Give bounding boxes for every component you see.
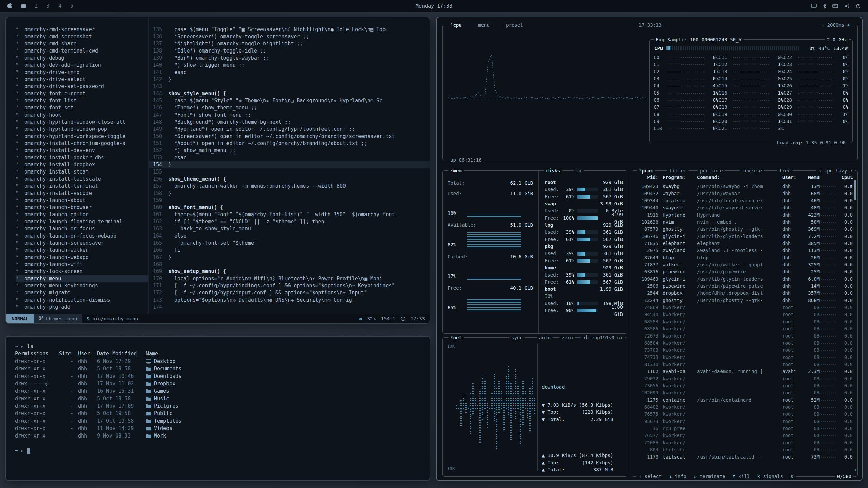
file-item[interactable]: *omarchy-install-docker-dbs [16, 154, 148, 161]
keyboard-icon[interactable] [832, 4, 838, 8]
apple-logo-icon[interactable] [7, 3, 13, 10]
file-item[interactable]: *omarchy-install-vscode [16, 190, 148, 197]
process-row[interactable]: 68586kworker/root0B0.0 [632, 325, 853, 332]
file-item[interactable]: *omarchy-hyprland-workspace-toggle [16, 133, 148, 140]
footer-key[interactable]: k signals [756, 473, 784, 480]
process-row[interactable]: 76575kworker/root0B0.0 [632, 411, 853, 418]
cpu-preset-button[interactable]: preset [504, 22, 525, 28]
process-row[interactable]: 106746glycin-i/usr/lib/glycin-loadersdhh… [632, 233, 853, 240]
file-item[interactable]: *omarchy-pkg-add [16, 304, 148, 311]
file-item[interactable]: *omarchy-font-set [16, 104, 148, 111]
process-row[interactable]: 68402kworker/root0B0.0 [632, 404, 853, 411]
process-row[interactable]: 1275containe/usr/bin/containerdroot52M0.… [632, 396, 853, 404]
file-item[interactable]: *omarchy-notification-dismiss [16, 297, 148, 304]
process-row[interactable]: 94540kworker/root0B0.0 [632, 311, 853, 318]
file-item[interactable]: *omarchy-launch-webapp [16, 254, 148, 261]
file-item[interactable]: *omarchy-launch-editor [16, 211, 148, 218]
footer-key[interactable]: ↑ select [638, 473, 662, 480]
file-item[interactable]: *omarchy-launch-walker [16, 247, 148, 254]
net-zero-button[interactable]: zero [559, 334, 575, 341]
process-row[interactable]: 72073kworker/root0B0.0 [632, 332, 853, 340]
process-row[interactable]: 2075XwaylandXwayland :1 -rootless -dhh11… [632, 247, 853, 254]
footer-key[interactable]: t kill [732, 473, 751, 480]
process-row[interactable]: 109463glycin-i/usr/lib/glycin-loadersdhh… [632, 276, 853, 283]
process-row[interactable]: 1162avahi-daavahi-daemon: running [avahi… [632, 368, 853, 375]
file-item[interactable]: *omarchy-migrate [16, 289, 148, 297]
tab-cpu[interactable]: ¹cpu [448, 22, 464, 28]
terminal-window[interactable]: ~ ▸ ls PermissionsSizeUserDate ModifiedN… [5, 336, 430, 481]
process-row[interactable]: 1916HyprlandHyprlanddhh423M0.0 [632, 211, 853, 219]
code-editor[interactable]: 135 case $(menu "Toggle" "▣ Screensaver\… [149, 17, 430, 314]
process-row[interactable]: 2506pipewire/usr/bin/pipewire-pulsedhh14… [632, 283, 853, 290]
file-item[interactable]: *omarchy-install-chromium-google-a [16, 140, 148, 147]
proc-percore-button[interactable]: per-core [698, 167, 725, 174]
process-row[interactable]: 79032kworker/root0B0.0 [632, 375, 853, 382]
file-item[interactable]: *omarchy-launch-or-focus-webapp [16, 232, 148, 240]
net-interface-switch[interactable]: ‹b enp191s0 n› [581, 334, 625, 341]
file-item[interactable]: *omarchy-font-list [16, 97, 148, 104]
process-row[interactable]: 16rcu_preeroot0B0.0 [632, 425, 853, 432]
workspace-3[interactable]: 3 [46, 3, 50, 9]
proc-tree-button[interactable]: tree [777, 167, 793, 174]
interval-increase-button[interactable]: + [847, 22, 850, 28]
process-row[interactable]: 68584kworker/root0B0.0 [632, 340, 853, 347]
process-row[interactable]: 102638nvimnvim --embed .dhh58M0.0 [632, 219, 853, 226]
process-row[interactable]: 73703kworker/root0B0.0 [632, 347, 853, 354]
cast-icon[interactable] [811, 4, 817, 8]
process-row[interactable]: 102099kworker/root0B0.0 [632, 389, 853, 396]
process-row[interactable]: 81310kworker/root0B0.0 [632, 361, 853, 368]
bluetooth-icon[interactable] [823, 4, 826, 9]
file-item[interactable]: *omarchy-lock-screen [16, 268, 148, 275]
process-row[interactable]: 71837walker/usr/bin/walker --gappldhh325… [632, 261, 853, 268]
file-item[interactable]: *omarchy-debug [16, 55, 148, 62]
file-item[interactable]: *omarchy-drive-info [16, 69, 148, 76]
file-item[interactable]: *omarchy-launch-or-focus [16, 225, 148, 232]
process-row[interactable]: 12244ghostty/usr/bin/ghostty --gtk-dhh86… [632, 297, 853, 304]
process-row[interactable]: 76577kworker/root0B0.0 [632, 432, 853, 439]
tab-proc[interactable]: ⁴proc [637, 167, 655, 174]
file-item[interactable]: *omarchy-launch-browser [16, 204, 148, 211]
file-item[interactable]: *omarchy-drive-select [16, 76, 148, 83]
scroll-down-icon[interactable]: ↓ [854, 467, 857, 472]
volume-icon[interactable] [844, 4, 850, 8]
file-item[interactable]: *omarchy-install-terminal [16, 183, 148, 190]
file-item[interactable]: *omarchy-menu-keybindings [16, 282, 148, 289]
process-row[interactable]: 95673kworker/root0B0.0 [632, 418, 853, 425]
file-item[interactable]: *omarchy-font-current [16, 90, 148, 97]
process-row[interactable]: 74869kworker/root0B0.0 [632, 304, 853, 311]
file-item[interactable]: *omarchy-cmd-screensaver [16, 26, 148, 33]
file-item[interactable]: *omarchy-menu [16, 275, 148, 282]
interval-decrease-button[interactable]: - [822, 22, 824, 28]
footer-key[interactable]: s [790, 473, 794, 480]
workspace-4[interactable]: 4 [58, 3, 61, 9]
file-item[interactable]: *omarchy-drive-set-password [16, 83, 148, 90]
process-row[interactable]: 71835elephantelephantdhh385M0.0 [632, 240, 853, 247]
workspace-2[interactable]: 2 [35, 3, 38, 9]
file-item[interactable]: *omarchy-install-steam [16, 168, 148, 176]
footer-key[interactable]: ↵ terminate [693, 473, 726, 480]
process-row[interactable]: 109432waybar/usr/bin/waybardhh68M0.0 [632, 190, 853, 197]
process-row[interactable]: 109344localsea/usr/lib/localsearch-exdhh… [632, 197, 853, 204]
file-item[interactable]: *omarchy-launch-floating-terminal- [16, 218, 148, 225]
process-row[interactable]: 109423swaybg/usr/bin/swaybg -i /homdhh13… [632, 183, 853, 190]
process-row[interactable]: 109440swayosd-/usr/lib/swayosd-serverdhh… [632, 204, 853, 211]
file-item[interactable]: *omarchy-launch-about [16, 197, 148, 204]
proc-scrollbar-thumb[interactable] [854, 180, 856, 200]
process-row[interactable]: 803btrfs-trroot0B0.0 [632, 446, 853, 453]
file-item[interactable]: *omarchy-install-dev-env [16, 147, 148, 154]
file-item[interactable]: *omarchy-cmd-share [16, 40, 148, 47]
file-item[interactable]: *omarchy-install-tailscale [16, 176, 148, 183]
process-row[interactable]: 72088kworker/root0B0.0 [632, 439, 853, 446]
cpu-menu-button[interactable]: menu [476, 22, 492, 28]
proc-filter-button[interactable]: filter [667, 167, 689, 174]
tab-net[interactable]: ³net [448, 334, 464, 341]
process-row[interactable]: 87649btopbtopdhh26M0.0 [632, 254, 853, 261]
process-row[interactable]: 2544dropbox/home/dhh/.dropbox-distdhh357… [632, 290, 853, 297]
footer-key[interactable]: ↓ info [668, 473, 687, 480]
active-workspace-icon[interactable] [21, 4, 26, 8]
file-item[interactable]: *omarchy-launch-wifi [16, 261, 148, 268]
power-icon[interactable] [856, 4, 861, 8]
file-item[interactable]: *omarchy-hook [16, 111, 148, 119]
process-row[interactable]: 1170tailscal/usr/sbin/tailscaled --root7… [632, 453, 853, 461]
process-row[interactable]: 73656kworker/root0B0.0 [632, 382, 853, 389]
